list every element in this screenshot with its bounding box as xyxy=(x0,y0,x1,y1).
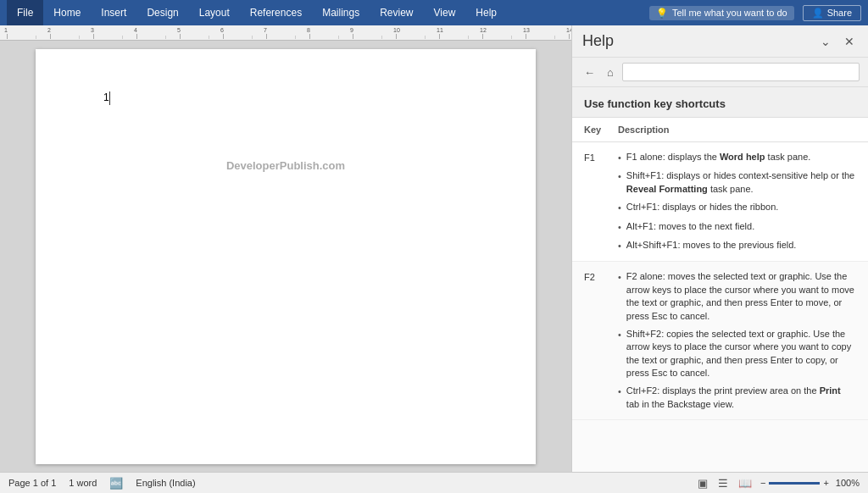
help-header: Help ⌄ ✕ xyxy=(572,25,868,58)
bullet-icon: • xyxy=(618,202,621,214)
main-area: 1 2 3 4 5 6 7 8 9 10 11 xyxy=(0,25,868,472)
f2-item-2: • Shift+F2: copies the selected text or … xyxy=(618,328,856,380)
tell-me-input[interactable]: 💡 Tell me what you want to do xyxy=(649,6,794,20)
cursor-line: 1 xyxy=(103,91,468,105)
tab-review[interactable]: Review xyxy=(370,0,423,25)
bullet-icon: • xyxy=(618,271,621,284)
f1-item-1: • F1 alone: displays the Word help task … xyxy=(618,151,856,164)
zoom-out-btn[interactable]: − xyxy=(760,478,765,488)
lightbulb-icon: 💡 xyxy=(656,8,668,19)
f1-descriptions: • F1 alone: displays the Word help task … xyxy=(618,151,856,252)
web-layout-btn[interactable]: ☰ xyxy=(716,475,730,491)
bullet-icon: • xyxy=(618,221,621,234)
collapse-button[interactable]: ⌄ xyxy=(817,33,834,50)
zoom-level[interactable]: 100% xyxy=(836,478,860,488)
key-column-header: Key xyxy=(584,125,618,135)
f1-item-3: • Ctrl+F1: displays or hides the ribbon. xyxy=(618,201,856,214)
help-nav: ← ⌂ xyxy=(572,58,868,87)
f2-label: F2 xyxy=(584,270,618,411)
bullet-icon: • xyxy=(618,240,621,252)
f2-descriptions: • F2 alone: moves the selected text or g… xyxy=(618,270,856,411)
f2-item-1: • F2 alone: moves the selected text or g… xyxy=(618,270,856,323)
back-button[interactable]: ← xyxy=(581,64,598,80)
zoom-in-btn[interactable]: + xyxy=(823,478,828,488)
help-title: Help xyxy=(582,32,614,50)
person-icon: 👤 xyxy=(812,8,824,19)
help-section-title: Use function key shortcuts xyxy=(572,87,868,118)
tab-references[interactable]: References xyxy=(240,0,312,25)
status-right: ▣ ☰ 📖 − + 100% xyxy=(696,475,860,491)
close-button[interactable]: ✕ xyxy=(841,33,858,50)
ruler: 1 2 3 4 5 6 7 8 9 10 11 xyxy=(0,25,571,41)
f1-row: F1 • F1 alone: displays the Word help ta… xyxy=(572,142,868,262)
f2-row: F2 • F2 alone: moves the selected text o… xyxy=(572,262,868,420)
bullet-icon: • xyxy=(618,170,621,183)
share-button[interactable]: 👤 Share xyxy=(803,5,861,21)
tab-help[interactable]: Help xyxy=(465,0,507,25)
cursor-text: 1 xyxy=(103,91,109,103)
home-button[interactable]: ⌂ xyxy=(604,64,617,80)
help-table-header: Key Description xyxy=(572,118,868,142)
spell-check-icon[interactable]: 🔤 xyxy=(109,477,123,490)
tab-mailings[interactable]: Mailings xyxy=(312,0,370,25)
f1-label: F1 xyxy=(584,151,618,252)
word-count: 1 word xyxy=(69,478,97,488)
f2-item-3: • Ctrl+F2: displays the print preview ar… xyxy=(618,385,856,411)
document-scroll[interactable]: 1 DeveloperPublish.com xyxy=(0,41,571,472)
ribbon-tabs: File Home Insert Design Layout Reference… xyxy=(7,0,507,25)
document-area: 1 2 3 4 5 6 7 8 9 10 11 xyxy=(0,25,571,472)
page-count: Page 1 of 1 xyxy=(8,478,56,488)
help-content[interactable]: Use function key shortcuts Key Descripti… xyxy=(572,87,868,472)
language-status[interactable]: English (India) xyxy=(136,478,195,488)
help-search-input[interactable] xyxy=(622,63,860,81)
bullet-icon: • xyxy=(618,329,621,341)
read-mode-btn[interactable]: 📖 xyxy=(737,475,754,491)
bullet-icon: • xyxy=(618,152,621,164)
tab-layout[interactable]: Layout xyxy=(189,0,240,25)
ruler-marks: 1 2 3 4 5 6 7 8 9 10 11 xyxy=(0,25,571,41)
ribbon: File Home Insert Design Layout Reference… xyxy=(0,0,868,25)
bullet-icon: • xyxy=(618,385,621,398)
document-page[interactable]: 1 DeveloperPublish.com xyxy=(36,49,536,464)
status-bar: Page 1 of 1 1 word 🔤 English (India) ▣ ☰… xyxy=(0,472,868,493)
f1-item-5: • Alt+Shift+F1: moves to the previous fi… xyxy=(618,239,856,252)
zoom-slider[interactable] xyxy=(769,482,820,485)
help-header-controls: ⌄ ✕ xyxy=(817,33,858,50)
text-cursor xyxy=(109,91,110,105)
watermark: DeveloperPublish.com xyxy=(226,159,345,172)
zoom-bar: − + xyxy=(760,478,829,488)
desc-column-header: Description xyxy=(618,125,856,135)
tab-home[interactable]: Home xyxy=(43,0,91,25)
tab-view[interactable]: View xyxy=(424,0,466,25)
f1-item-4: • Alt+F1: moves to the next field. xyxy=(618,220,856,234)
help-panel: Help ⌄ ✕ ← ⌂ Use function key shortcuts … xyxy=(571,25,868,472)
tab-file[interactable]: File xyxy=(7,0,43,25)
print-layout-btn[interactable]: ▣ xyxy=(696,475,709,491)
f1-item-2: • Shift+F1: displays or hides context-se… xyxy=(618,169,856,196)
tab-insert[interactable]: Insert xyxy=(91,0,136,25)
tab-design[interactable]: Design xyxy=(136,0,188,25)
